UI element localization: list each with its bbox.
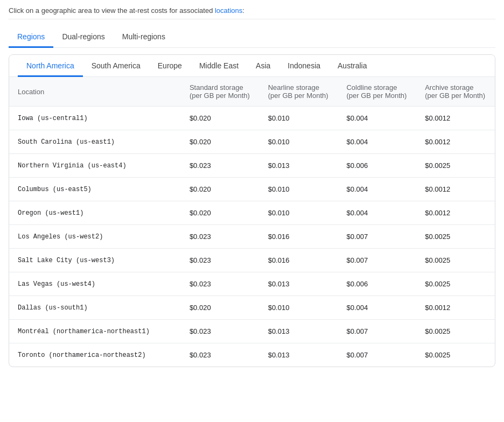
cell-location: Las Vegas (us-west4) <box>9 272 181 296</box>
geo-tabs: North America South America Europe Middl… <box>9 55 495 77</box>
tab-dual-regions[interactable]: Dual-regions <box>53 28 113 48</box>
cell-standard: $0.023 <box>181 225 260 249</box>
cell-nearline: $0.013 <box>260 320 338 343</box>
cell-coldline: $0.004 <box>338 201 416 225</box>
cell-archive: $0.0012 <box>416 201 495 225</box>
cell-location: South Carolina (us-east1) <box>9 130 181 154</box>
cell-location: Toronto (northamerica-northeast2) <box>9 343 181 367</box>
col-nearline: Nearline storage(per GB per Month) <box>260 77 338 107</box>
cell-coldline: $0.006 <box>338 272 416 296</box>
instruction-bar: Click on a geographic area to view the a… <box>9 6 495 19</box>
cell-nearline: $0.010 <box>260 130 338 154</box>
col-location: Location <box>9 77 181 107</box>
table-row: South Carolina (us-east1)$0.020$0.010$0.… <box>9 130 495 154</box>
tab-regions[interactable]: Regions <box>9 28 53 48</box>
cell-archive: $0.0025 <box>416 154 495 178</box>
geo-tab-australia[interactable]: Australia <box>329 55 375 77</box>
cell-standard: $0.020 <box>181 201 260 225</box>
pricing-table: Location Standard storage(per GB per Mon… <box>9 77 495 367</box>
cell-standard: $0.023 <box>181 249 260 272</box>
cell-location: Dallas (us-south1) <box>9 296 181 320</box>
locations-link[interactable]: locations <box>215 6 242 15</box>
table-row: Columbus (us-east5)$0.020$0.010$0.004$0.… <box>9 178 495 201</box>
cell-coldline: $0.004 <box>338 107 416 130</box>
table-row: Montréal (northamerica-northeast1)$0.023… <box>9 320 495 343</box>
cell-coldline: $0.007 <box>338 225 416 249</box>
col-standard: Standard storage(per GB per Month) <box>181 77 260 107</box>
table-header: Location Standard storage(per GB per Mon… <box>9 77 495 107</box>
cell-nearline: $0.016 <box>260 249 338 272</box>
cell-nearline: $0.013 <box>260 272 338 296</box>
cell-coldline: $0.007 <box>338 343 416 367</box>
col-archive: Archive storage(per GB per Month) <box>416 77 495 107</box>
instruction-text: Click on a geographic area to view the a… <box>9 6 215 15</box>
geo-tab-asia[interactable]: Asia <box>247 55 279 77</box>
geo-tab-indonesia[interactable]: Indonesia <box>279 55 329 77</box>
cell-coldline: $0.007 <box>338 320 416 343</box>
table-row: Oregon (us-west1)$0.020$0.010$0.004$0.00… <box>9 201 495 225</box>
table-row: Toronto (northamerica-northeast2)$0.023$… <box>9 343 495 367</box>
col-coldline: Coldline storage(per GB per Month) <box>338 77 416 107</box>
cell-standard: $0.023 <box>181 272 260 296</box>
table-row: Dallas (us-south1)$0.020$0.010$0.004$0.0… <box>9 296 495 320</box>
cell-archive: $0.0012 <box>416 178 495 201</box>
cell-standard: $0.020 <box>181 178 260 201</box>
cell-location: Oregon (us-west1) <box>9 201 181 225</box>
cell-archive: $0.0012 <box>416 296 495 320</box>
cell-coldline: $0.007 <box>338 249 416 272</box>
cell-coldline: $0.004 <box>338 296 416 320</box>
page-container: Click on a geographic area to view the a… <box>0 0 504 374</box>
table-row: Los Angeles (us-west2)$0.023$0.016$0.007… <box>9 225 495 249</box>
cell-nearline: $0.010 <box>260 296 338 320</box>
table-row: Northern Virginia (us-east4)$0.023$0.013… <box>9 154 495 178</box>
cell-standard: $0.023 <box>181 343 260 367</box>
cell-standard: $0.020 <box>181 296 260 320</box>
cell-standard: $0.023 <box>181 154 260 178</box>
cell-standard: $0.023 <box>181 320 260 343</box>
cell-nearline: $0.010 <box>260 178 338 201</box>
cell-nearline: $0.013 <box>260 343 338 367</box>
cell-nearline: $0.013 <box>260 154 338 178</box>
cell-archive: $0.0012 <box>416 107 495 130</box>
geo-tab-middle-east[interactable]: Middle East <box>191 55 247 77</box>
table-row: Iowa (us-central1)$0.020$0.010$0.004$0.0… <box>9 107 495 130</box>
geo-tab-south-america[interactable]: South America <box>83 55 149 77</box>
cell-standard: $0.020 <box>181 130 260 154</box>
cell-archive: $0.0025 <box>416 343 495 367</box>
tab-multi-regions[interactable]: Multi-regions <box>114 28 174 48</box>
table-row: Salt Lake City (us-west3)$0.023$0.016$0.… <box>9 249 495 272</box>
cell-location: Northern Virginia (us-east4) <box>9 154 181 178</box>
cell-nearline: $0.010 <box>260 107 338 130</box>
cell-archive: $0.0025 <box>416 320 495 343</box>
cell-nearline: $0.016 <box>260 225 338 249</box>
cell-location: Iowa (us-central1) <box>9 107 181 130</box>
cell-coldline: $0.006 <box>338 154 416 178</box>
top-tabs: Regions Dual-regions Multi-regions <box>9 28 495 48</box>
geo-tab-north-america[interactable]: North America <box>18 55 83 77</box>
geo-tab-europe[interactable]: Europe <box>149 55 191 77</box>
cell-standard: $0.020 <box>181 107 260 130</box>
cell-location: Los Angeles (us-west2) <box>9 225 181 249</box>
cell-archive: $0.0012 <box>416 130 495 154</box>
cell-location: Columbus (us-east5) <box>9 178 181 201</box>
cell-location: Salt Lake City (us-west3) <box>9 249 181 272</box>
cell-archive: $0.0025 <box>416 225 495 249</box>
cell-nearline: $0.010 <box>260 201 338 225</box>
table-body: Iowa (us-central1)$0.020$0.010$0.004$0.0… <box>9 107 495 367</box>
cell-coldline: $0.004 <box>338 178 416 201</box>
table-row: Las Vegas (us-west4)$0.023$0.013$0.006$0… <box>9 272 495 296</box>
cell-location: Montréal (northamerica-northeast1) <box>9 320 181 343</box>
cell-coldline: $0.004 <box>338 130 416 154</box>
content-card: North America South America Europe Middl… <box>9 54 495 367</box>
cell-archive: $0.0025 <box>416 272 495 296</box>
cell-archive: $0.0025 <box>416 249 495 272</box>
